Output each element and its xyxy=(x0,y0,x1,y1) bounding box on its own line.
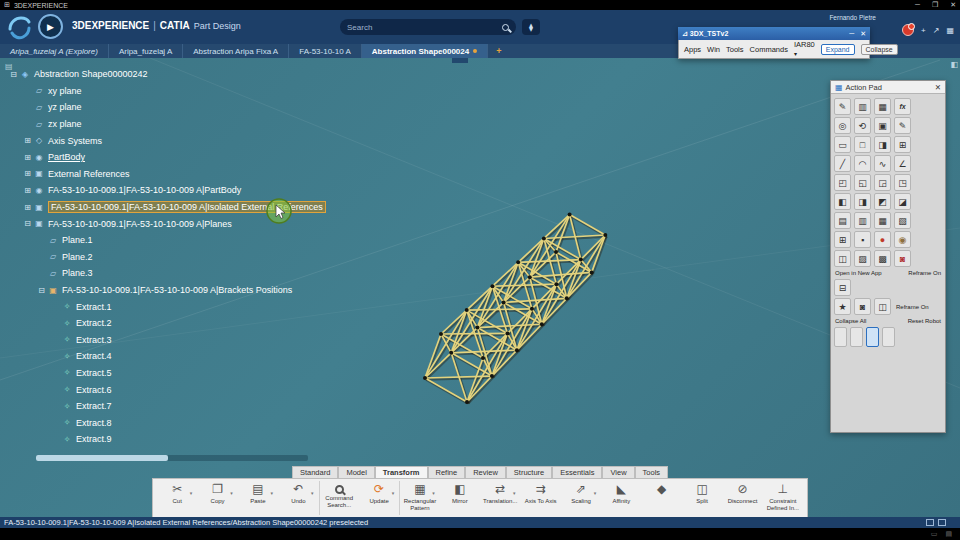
tool-copy[interactable]: ❐▾Copy xyxy=(197,481,237,515)
menu-commands[interactable]: Commands xyxy=(750,45,788,54)
tree-item[interactable]: ▱xy plane xyxy=(6,83,326,100)
pad-tool-icon[interactable]: ◩ xyxy=(874,193,891,210)
pad-tool-icon[interactable]: ◨ xyxy=(854,193,871,210)
pad-tool-icon[interactable]: ◳ xyxy=(894,174,911,191)
window-close-button[interactable]: ✕ xyxy=(950,1,956,8)
pad-tool-icon[interactable]: ▥ xyxy=(854,98,871,115)
pad-label[interactable]: Reset Robot xyxy=(908,318,941,324)
search-icon[interactable] xyxy=(502,24,509,31)
collapse-icon[interactable]: ⊟ xyxy=(36,286,47,295)
status-box-icon[interactable] xyxy=(938,519,946,526)
pad-tool-icon[interactable]: ▥ xyxy=(854,212,871,229)
section-tab-standard[interactable]: Standard xyxy=(292,466,338,478)
collapse-button[interactable]: Collapse xyxy=(861,44,898,55)
pad-tool-icon[interactable]: fx xyxy=(894,98,911,115)
tab-explore[interactable]: Aripa_fuzelaj A (Explore) xyxy=(0,44,109,58)
action-pad-titlebar[interactable]: ▦ Action Pad ✕ xyxy=(831,81,945,94)
pad-tool-icon[interactable]: ▤ xyxy=(834,212,851,229)
pad-tool-icon[interactable]: ▨ xyxy=(854,250,871,267)
pad-tool-icon[interactable]: ▣ xyxy=(874,117,891,134)
tree-item[interactable]: ✧Extract.5 xyxy=(6,365,326,382)
section-tab-model[interactable]: Model xyxy=(338,466,374,478)
tab-abstraction-aripa-fixa[interactable]: Abstraction Aripa Fixa A xyxy=(183,44,289,58)
tool-transform-tool[interactable]: ◆ xyxy=(642,481,682,515)
pad-label[interactable]: Open in New App xyxy=(835,270,882,276)
expand-icon[interactable]: ⊞ xyxy=(22,169,33,178)
pad-tool-icon[interactable]: ◙ xyxy=(854,298,871,315)
tool-mirror[interactable]: ◧Mirror xyxy=(440,481,480,515)
pad-tool-icon[interactable]: ⊞ xyxy=(834,231,851,248)
scrollbar-thumb[interactable] xyxy=(36,455,168,461)
section-tab-refine[interactable]: Refine xyxy=(428,466,466,478)
tree-item[interactable]: ✧Extract.1 xyxy=(6,298,326,315)
tool-scaling[interactable]: ⇗▾Scaling xyxy=(561,481,601,515)
section-tab-structure[interactable]: Structure xyxy=(506,466,552,478)
pad-tool-icon[interactable]: ▦ xyxy=(874,98,891,115)
pad-tool-icon[interactable]: ∠ xyxy=(894,155,911,172)
expand-icon[interactable]: ⊞ xyxy=(22,136,33,145)
expand-button[interactable]: Expand xyxy=(821,44,855,55)
panel-icon[interactable]: ▦ xyxy=(946,26,954,35)
pad-tool-icon[interactable]: ▪ xyxy=(854,231,871,248)
pad-tool-icon[interactable]: ◲ xyxy=(874,174,891,191)
tree-item[interactable]: ⊞▣External References xyxy=(6,166,326,183)
menu-iar80[interactable]: IAR80 ▾ xyxy=(794,40,815,58)
expand-icon[interactable]: ⊞ xyxy=(22,153,33,162)
tab-abstraction-shape-active[interactable]: Abstraction Shape000024 xyxy=(362,44,488,58)
tree-item[interactable]: ⊟◈Abstraction Shape00000242 xyxy=(6,66,326,83)
tool-translation[interactable]: ⇄▾Translation... xyxy=(480,481,520,515)
tree-item[interactable]: ▱yz plane xyxy=(6,99,326,116)
pad-tool-icon[interactable]: ▦ xyxy=(874,212,891,229)
pad-tool-icon[interactable]: ◎ xyxy=(834,117,851,134)
new-tab-button[interactable]: + xyxy=(488,44,509,58)
chevron-down-icon[interactable]: ▾ xyxy=(513,490,516,496)
menu-tools[interactable]: Tools xyxy=(726,45,744,54)
window-minimize-button[interactable]: ─ xyxy=(915,1,920,8)
pad-tool-icon[interactable]: ● xyxy=(874,231,891,248)
tree-item[interactable]: ✧Extract.7 xyxy=(6,398,326,415)
pad-toggle-icon[interactable] xyxy=(834,327,847,347)
tool-constraint-defined-in[interactable]: ⊥Constraint Defined In... xyxy=(763,481,803,515)
chevron-down-icon[interactable]: ▾ xyxy=(190,490,193,496)
pad-tool-icon[interactable]: ◨ xyxy=(874,136,891,153)
pad-tool-icon[interactable]: ▩ xyxy=(874,250,891,267)
pad-tool-icon[interactable]: ⊟ xyxy=(834,279,851,296)
pad-tool-icon[interactable]: ◧ xyxy=(834,193,851,210)
chevron-down-icon[interactable]: ▾ xyxy=(594,490,597,496)
tree-item[interactable]: ✧Extract.4 xyxy=(6,348,326,365)
tool-paste[interactable]: ▤▾Paste xyxy=(238,481,278,515)
chevron-down-icon[interactable]: ▾ xyxy=(311,490,314,496)
search-input[interactable]: Search xyxy=(340,19,516,35)
pad-tool-icon[interactable]: ◫ xyxy=(834,250,851,267)
pad-label[interactable]: Collapse All xyxy=(835,318,866,324)
tab-fa-53-10-10[interactable]: FA-53-10-10 A xyxy=(289,44,362,58)
collapse-icon[interactable]: ⊟ xyxy=(8,70,19,79)
pad-tool-icon[interactable]: ▧ xyxy=(894,212,911,229)
tree-item[interactable]: ▱zx plane xyxy=(6,116,326,133)
section-tab-tools[interactable]: Tools xyxy=(635,466,669,478)
pad-tool-icon[interactable]: ✎ xyxy=(834,98,851,115)
pad-tool-icon[interactable]: ∿ xyxy=(874,155,891,172)
tool-command-search[interactable]: Command Search... xyxy=(319,481,359,515)
pad-toggle-icon[interactable] xyxy=(850,327,863,347)
pad-tool-icon[interactable]: ◱ xyxy=(854,174,871,191)
add-icon[interactable]: + xyxy=(921,26,926,35)
pad-tool-icon[interactable]: ◙ xyxy=(894,250,911,267)
pad-tool-icon[interactable]: ▭ xyxy=(834,136,851,153)
tool-affinity[interactable]: ◣Affinity xyxy=(601,481,641,515)
chevron-down-icon[interactable]: ▾ xyxy=(230,490,233,496)
tree-item[interactable]: ⊞◉PartBody xyxy=(6,149,326,166)
tree-item[interactable]: ⊞◇Axis Systems xyxy=(6,132,326,149)
chevron-down-icon[interactable]: ▾ xyxy=(432,490,435,496)
collapse-icon[interactable]: ⊟ xyxy=(22,219,33,228)
tree-item[interactable]: ✧Extract.6 xyxy=(6,381,326,398)
pad-tool-icon[interactable]: ◠ xyxy=(854,155,871,172)
pad-tool-icon[interactable]: ╱ xyxy=(834,155,851,172)
chevron-down-icon[interactable]: ▾ xyxy=(392,490,395,496)
section-tab-view[interactable]: View xyxy=(602,466,634,478)
tag-button[interactable]: ⧫ xyxy=(522,19,540,35)
window-maximize-button[interactable]: ❐ xyxy=(932,1,938,8)
tool-split[interactable]: ◫Split xyxy=(682,481,722,515)
compass-icon[interactable]: ▶ xyxy=(38,14,63,39)
section-tab-transform[interactable]: Transform xyxy=(375,466,428,478)
